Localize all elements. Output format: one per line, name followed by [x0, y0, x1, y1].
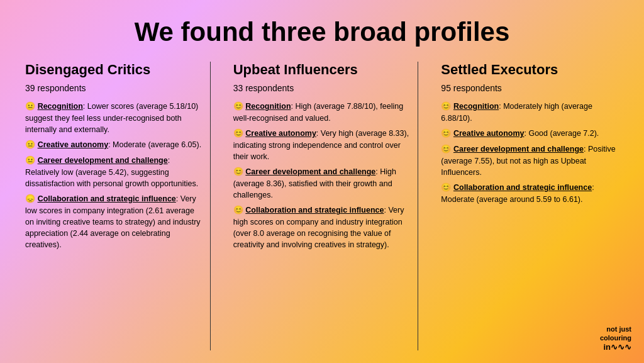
emoji-icon: 😞	[25, 194, 38, 203]
profile-col-settled-executors: Settled Executors95 respondents😊 Recogni…	[426, 62, 619, 350]
emoji-icon: 😊	[233, 128, 246, 138]
list-item: 😊 Collaboration and strategic influence:…	[441, 182, 619, 205]
item-label: Recognition	[38, 102, 83, 111]
item-label: Creative autonomy	[453, 129, 525, 138]
item-label: Recognition	[453, 102, 499, 111]
list-item: 😞 Collaboration and strategic influence:…	[25, 193, 203, 250]
emoji-icon: 😊	[233, 205, 246, 215]
profile-col-upbeat-influencers: Upbeat Influencers33 respondents😊 Recogn…	[218, 62, 426, 350]
item-text: : Good (average 7.2).	[525, 129, 599, 138]
emoji-icon: 😐	[25, 140, 38, 149]
emoji-icon: 😊	[441, 144, 453, 154]
item-label: Recognition	[245, 102, 291, 111]
emoji-icon: 😊	[441, 128, 453, 138]
profile-content-upbeat-influencers: 😊 Recognition: High (average 7.88/10), f…	[233, 101, 411, 250]
branding-line2: colouring	[600, 333, 631, 342]
profile-content-settled-executors: 😊 Recognition: Moderately high (average …	[441, 101, 619, 205]
list-item: 😊 Career development and challenge: High…	[233, 166, 411, 201]
list-item: 😐 Creative autonomy: Moderate (average 6…	[25, 139, 203, 151]
item-label: Career development and challenge	[38, 156, 168, 165]
emoji-icon: 😐	[25, 155, 38, 165]
item-label: Career development and challenge	[453, 145, 584, 154]
branding-line1: not just	[600, 325, 631, 333]
list-item: 😊 Creative autonomy: Very high (average …	[233, 128, 411, 162]
profile-content-disengaged-critics: 😐 Recognition: Lower scores (average 5.1…	[25, 101, 203, 250]
emoji-icon: 😊	[233, 167, 246, 176]
main-container: We found three broad profiles Disengaged…	[0, 0, 644, 363]
item-text: : Moderate (average 6.05).	[108, 140, 201, 149]
item-label: Career development and challenge	[245, 167, 375, 176]
emoji-icon: 😐	[25, 101, 38, 111]
list-item: 😊 Creative autonomy: Good (average 7.2).	[441, 128, 619, 140]
respondents-upbeat-influencers: 33 respondents	[233, 83, 411, 93]
item-label: Collaboration and strategic influence	[38, 194, 176, 203]
emoji-icon: 😊	[233, 101, 246, 111]
profile-title-disengaged-critics: Disengaged Critics	[25, 62, 203, 78]
item-label: Collaboration and strategic influence	[245, 206, 384, 215]
respondents-disengaged-critics: 39 respondents	[25, 83, 203, 93]
item-label: Collaboration and strategic influence	[453, 183, 592, 192]
list-item: 😊 Recognition: High (average 7.88/10), f…	[233, 101, 411, 124]
profiles-row: Disengaged Critics39 respondents😐 Recogn…	[25, 62, 619, 350]
branding-line3: in∿∿∿	[600, 342, 631, 353]
respondents-settled-executors: 95 respondents	[441, 83, 619, 93]
item-label: Creative autonomy	[245, 129, 316, 138]
list-item: 😊 Recognition: Moderately high (average …	[441, 101, 619, 124]
branding: not just colouring in∿∿∿	[600, 325, 631, 353]
page-title: We found three broad profiles	[25, 18, 619, 47]
list-item: 😐 Career development and challenge: Rela…	[25, 155, 203, 189]
item-label: Creative autonomy	[38, 140, 109, 149]
list-item: 😐 Recognition: Lower scores (average 5.1…	[25, 101, 203, 135]
emoji-icon: 😊	[441, 101, 453, 111]
list-item: 😊 Collaboration and strategic influence:…	[233, 204, 411, 250]
profile-title-upbeat-influencers: Upbeat Influencers	[233, 62, 411, 78]
profile-title-settled-executors: Settled Executors	[441, 62, 619, 78]
emoji-icon: 😊	[441, 182, 453, 192]
profile-col-disengaged-critics: Disengaged Critics39 respondents😐 Recogn…	[25, 62, 218, 350]
list-item: 😊 Career development and challenge: Posi…	[441, 143, 619, 178]
